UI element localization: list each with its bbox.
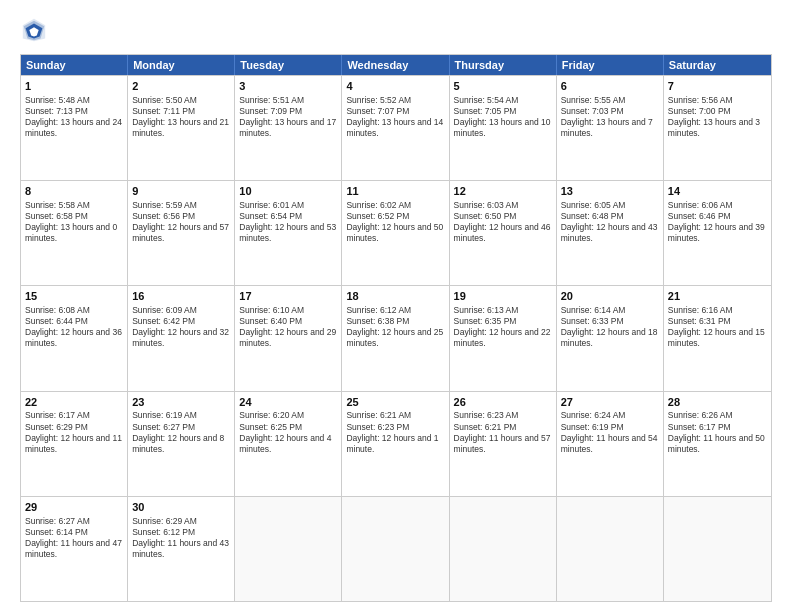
- day-number: 7: [668, 79, 767, 94]
- calendar-cell: 20Sunrise: 6:14 AMSunset: 6:33 PMDayligh…: [557, 286, 664, 390]
- day-info: Sunrise: 5:52 AMSunset: 7:07 PMDaylight:…: [346, 95, 444, 139]
- calendar-cell: 16Sunrise: 6:09 AMSunset: 6:42 PMDayligh…: [128, 286, 235, 390]
- header-day: Monday: [128, 55, 235, 75]
- day-number: 24: [239, 395, 337, 410]
- calendar-cell: 4Sunrise: 5:52 AMSunset: 7:07 PMDaylight…: [342, 76, 449, 180]
- calendar-cell: 21Sunrise: 6:16 AMSunset: 6:31 PMDayligh…: [664, 286, 771, 390]
- day-info: Sunrise: 5:50 AMSunset: 7:11 PMDaylight:…: [132, 95, 230, 139]
- day-info: Sunrise: 6:08 AMSunset: 6:44 PMDaylight:…: [25, 305, 123, 349]
- calendar-cell: 7Sunrise: 5:56 AMSunset: 7:00 PMDaylight…: [664, 76, 771, 180]
- day-info: Sunrise: 6:27 AMSunset: 6:14 PMDaylight:…: [25, 516, 123, 560]
- day-number: 16: [132, 289, 230, 304]
- day-info: Sunrise: 5:56 AMSunset: 7:00 PMDaylight:…: [668, 95, 767, 139]
- calendar-cell: 5Sunrise: 5:54 AMSunset: 7:05 PMDaylight…: [450, 76, 557, 180]
- day-number: 23: [132, 395, 230, 410]
- day-info: Sunrise: 6:29 AMSunset: 6:12 PMDaylight:…: [132, 516, 230, 560]
- day-number: 14: [668, 184, 767, 199]
- day-number: 18: [346, 289, 444, 304]
- day-info: Sunrise: 5:55 AMSunset: 7:03 PMDaylight:…: [561, 95, 659, 139]
- calendar-cell: [664, 497, 771, 601]
- day-number: 26: [454, 395, 552, 410]
- header-day: Saturday: [664, 55, 771, 75]
- calendar-cell: 18Sunrise: 6:12 AMSunset: 6:38 PMDayligh…: [342, 286, 449, 390]
- day-number: 5: [454, 79, 552, 94]
- day-info: Sunrise: 5:54 AMSunset: 7:05 PMDaylight:…: [454, 95, 552, 139]
- day-number: 11: [346, 184, 444, 199]
- calendar-cell: [342, 497, 449, 601]
- day-info: Sunrise: 6:09 AMSunset: 6:42 PMDaylight:…: [132, 305, 230, 349]
- calendar-cell: 26Sunrise: 6:23 AMSunset: 6:21 PMDayligh…: [450, 392, 557, 496]
- calendar-row: 8Sunrise: 5:58 AMSunset: 6:58 PMDaylight…: [21, 180, 771, 285]
- day-info: Sunrise: 6:03 AMSunset: 6:50 PMDaylight:…: [454, 200, 552, 244]
- day-number: 20: [561, 289, 659, 304]
- day-info: Sunrise: 5:58 AMSunset: 6:58 PMDaylight:…: [25, 200, 123, 244]
- calendar-cell: 30Sunrise: 6:29 AMSunset: 6:12 PMDayligh…: [128, 497, 235, 601]
- day-info: Sunrise: 6:05 AMSunset: 6:48 PMDaylight:…: [561, 200, 659, 244]
- calendar-cell: 28Sunrise: 6:26 AMSunset: 6:17 PMDayligh…: [664, 392, 771, 496]
- calendar-body: 1Sunrise: 5:48 AMSunset: 7:13 PMDaylight…: [21, 75, 771, 601]
- day-number: 29: [25, 500, 123, 515]
- header-day: Friday: [557, 55, 664, 75]
- calendar-cell: 23Sunrise: 6:19 AMSunset: 6:27 PMDayligh…: [128, 392, 235, 496]
- day-info: Sunrise: 6:16 AMSunset: 6:31 PMDaylight:…: [668, 305, 767, 349]
- day-number: 10: [239, 184, 337, 199]
- header-day: Thursday: [450, 55, 557, 75]
- day-info: Sunrise: 6:13 AMSunset: 6:35 PMDaylight:…: [454, 305, 552, 349]
- day-info: Sunrise: 6:02 AMSunset: 6:52 PMDaylight:…: [346, 200, 444, 244]
- day-info: Sunrise: 6:24 AMSunset: 6:19 PMDaylight:…: [561, 410, 659, 454]
- calendar-cell: 24Sunrise: 6:20 AMSunset: 6:25 PMDayligh…: [235, 392, 342, 496]
- day-info: Sunrise: 6:19 AMSunset: 6:27 PMDaylight:…: [132, 410, 230, 454]
- calendar-cell: 9Sunrise: 5:59 AMSunset: 6:56 PMDaylight…: [128, 181, 235, 285]
- day-info: Sunrise: 6:14 AMSunset: 6:33 PMDaylight:…: [561, 305, 659, 349]
- calendar-cell: 19Sunrise: 6:13 AMSunset: 6:35 PMDayligh…: [450, 286, 557, 390]
- logo-icon: [20, 16, 48, 44]
- day-info: Sunrise: 6:23 AMSunset: 6:21 PMDaylight:…: [454, 410, 552, 454]
- calendar-row: 1Sunrise: 5:48 AMSunset: 7:13 PMDaylight…: [21, 75, 771, 180]
- day-number: 12: [454, 184, 552, 199]
- calendar-cell: 2Sunrise: 5:50 AMSunset: 7:11 PMDaylight…: [128, 76, 235, 180]
- calendar-cell: 27Sunrise: 6:24 AMSunset: 6:19 PMDayligh…: [557, 392, 664, 496]
- calendar-row: 29Sunrise: 6:27 AMSunset: 6:14 PMDayligh…: [21, 496, 771, 601]
- calendar-cell: 25Sunrise: 6:21 AMSunset: 6:23 PMDayligh…: [342, 392, 449, 496]
- calendar-cell: 17Sunrise: 6:10 AMSunset: 6:40 PMDayligh…: [235, 286, 342, 390]
- calendar-cell: 8Sunrise: 5:58 AMSunset: 6:58 PMDaylight…: [21, 181, 128, 285]
- day-number: 22: [25, 395, 123, 410]
- day-number: 13: [561, 184, 659, 199]
- calendar-cell: 11Sunrise: 6:02 AMSunset: 6:52 PMDayligh…: [342, 181, 449, 285]
- day-info: Sunrise: 5:48 AMSunset: 7:13 PMDaylight:…: [25, 95, 123, 139]
- calendar-cell: 1Sunrise: 5:48 AMSunset: 7:13 PMDaylight…: [21, 76, 128, 180]
- page: SundayMondayTuesdayWednesdayThursdayFrid…: [0, 0, 792, 612]
- day-info: Sunrise: 6:20 AMSunset: 6:25 PMDaylight:…: [239, 410, 337, 454]
- day-number: 17: [239, 289, 337, 304]
- calendar-cell: 12Sunrise: 6:03 AMSunset: 6:50 PMDayligh…: [450, 181, 557, 285]
- calendar: SundayMondayTuesdayWednesdayThursdayFrid…: [20, 54, 772, 602]
- day-info: Sunrise: 6:26 AMSunset: 6:17 PMDaylight:…: [668, 410, 767, 454]
- day-info: Sunrise: 6:17 AMSunset: 6:29 PMDaylight:…: [25, 410, 123, 454]
- calendar-cell: 3Sunrise: 5:51 AMSunset: 7:09 PMDaylight…: [235, 76, 342, 180]
- header: [20, 16, 772, 44]
- day-info: Sunrise: 6:21 AMSunset: 6:23 PMDaylight:…: [346, 410, 444, 454]
- header-day: Tuesday: [235, 55, 342, 75]
- day-number: 15: [25, 289, 123, 304]
- calendar-cell: 29Sunrise: 6:27 AMSunset: 6:14 PMDayligh…: [21, 497, 128, 601]
- calendar-cell: 14Sunrise: 6:06 AMSunset: 6:46 PMDayligh…: [664, 181, 771, 285]
- calendar-cell: 10Sunrise: 6:01 AMSunset: 6:54 PMDayligh…: [235, 181, 342, 285]
- day-number: 9: [132, 184, 230, 199]
- calendar-cell: 22Sunrise: 6:17 AMSunset: 6:29 PMDayligh…: [21, 392, 128, 496]
- day-info: Sunrise: 5:59 AMSunset: 6:56 PMDaylight:…: [132, 200, 230, 244]
- calendar-row: 15Sunrise: 6:08 AMSunset: 6:44 PMDayligh…: [21, 285, 771, 390]
- calendar-cell: 6Sunrise: 5:55 AMSunset: 7:03 PMDaylight…: [557, 76, 664, 180]
- day-number: 25: [346, 395, 444, 410]
- day-number: 27: [561, 395, 659, 410]
- day-number: 8: [25, 184, 123, 199]
- day-number: 21: [668, 289, 767, 304]
- calendar-row: 22Sunrise: 6:17 AMSunset: 6:29 PMDayligh…: [21, 391, 771, 496]
- day-info: Sunrise: 6:06 AMSunset: 6:46 PMDaylight:…: [668, 200, 767, 244]
- header-day: Wednesday: [342, 55, 449, 75]
- calendar-cell: [235, 497, 342, 601]
- day-number: 28: [668, 395, 767, 410]
- day-info: Sunrise: 5:51 AMSunset: 7:09 PMDaylight:…: [239, 95, 337, 139]
- calendar-cell: 15Sunrise: 6:08 AMSunset: 6:44 PMDayligh…: [21, 286, 128, 390]
- day-number: 2: [132, 79, 230, 94]
- day-info: Sunrise: 6:12 AMSunset: 6:38 PMDaylight:…: [346, 305, 444, 349]
